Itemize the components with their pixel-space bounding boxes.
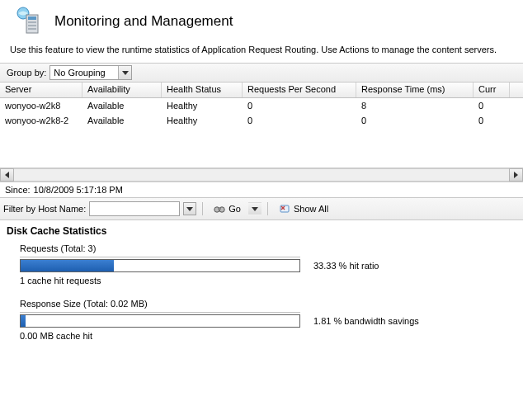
groupby-value: No Grouping bbox=[50, 68, 118, 78]
groupby-dropdown-button[interactable] bbox=[118, 66, 131, 79]
stats-section-title: Disk Cache Statistics bbox=[0, 220, 523, 243]
cell-rps: 0 bbox=[243, 116, 356, 125]
since-value: 10/8/2009 5:17:18 PM bbox=[34, 185, 123, 195]
response-sub: 0.00 MB cache hit bbox=[20, 331, 503, 341]
response-ratio-text: 1.81 % bandwidth savings bbox=[313, 316, 419, 326]
since-bar: Since: 10/8/2009 5:17:18 PM bbox=[0, 182, 523, 198]
clear-filter-icon bbox=[278, 202, 291, 215]
svg-rect-2 bbox=[28, 17, 36, 20]
table-row[interactable]: wonyoo-w2k8 Available Healthy 0 8 0 bbox=[0, 98, 523, 113]
svg-rect-5 bbox=[28, 28, 36, 30]
chevron-left-icon bbox=[5, 172, 9, 178]
separator bbox=[267, 202, 268, 215]
cell-cur: 0 bbox=[474, 101, 510, 111]
cell-rt: 8 bbox=[356, 101, 474, 111]
groupby-combo[interactable]: No Grouping bbox=[49, 65, 132, 80]
binoculars-icon bbox=[213, 202, 226, 215]
filter-hostname-input[interactable] bbox=[89, 201, 180, 216]
cell-server: wonyoo-w2k8-2 bbox=[0, 116, 82, 125]
col-curr[interactable]: Curr bbox=[474, 83, 510, 97]
cell-rps: 0 bbox=[243, 101, 356, 111]
grid-body[interactable]: wonyoo-w2k8 Available Healthy 0 8 0 wony… bbox=[0, 98, 523, 168]
svg-rect-8 bbox=[218, 208, 221, 210]
table-row[interactable]: wonyoo-w2k8-2 Available Healthy 0 0 0 bbox=[0, 113, 523, 128]
chevron-down-icon bbox=[186, 207, 193, 211]
groupby-toolbar: Group by: No Grouping bbox=[0, 63, 523, 83]
cell-health: Healthy bbox=[162, 116, 243, 125]
response-bar-fill bbox=[21, 315, 26, 327]
col-server[interactable]: Server bbox=[0, 83, 82, 97]
cell-cur: 0 bbox=[474, 116, 510, 125]
col-availability[interactable]: Availability bbox=[82, 83, 162, 97]
scroll-left-button[interactable] bbox=[0, 168, 14, 182]
divider bbox=[20, 257, 300, 257]
filter-label: Filter by Host Name: bbox=[3, 204, 86, 214]
page-header: Monitoring and Management bbox=[0, 0, 523, 45]
go-split-button[interactable] bbox=[248, 202, 262, 215]
requests-stat: Requests (Total: 3) 33.33 % hit ratio 1 … bbox=[0, 243, 523, 299]
grid-horizontal-scrollbar[interactable] bbox=[0, 168, 523, 182]
chevron-down-icon bbox=[252, 207, 258, 211]
response-bar bbox=[20, 314, 300, 328]
cell-server: wonyoo-w2k8 bbox=[0, 101, 82, 111]
cell-rt: 0 bbox=[356, 116, 474, 125]
grid-header: Server Availability Health Status Reques… bbox=[0, 83, 523, 98]
separator bbox=[202, 202, 203, 215]
cell-availability: Available bbox=[82, 116, 162, 125]
col-health[interactable]: Health Status bbox=[162, 83, 243, 97]
response-stat: Response Size (Total: 0.02 MB) 1.81 % ba… bbox=[0, 299, 523, 354]
requests-sub: 1 cache hit requests bbox=[20, 276, 503, 286]
feature-icon bbox=[15, 7, 45, 36]
scroll-right-button[interactable] bbox=[509, 168, 523, 182]
filter-toolbar: Filter by Host Name: Go Show All bbox=[0, 198, 523, 220]
requests-ratio-text: 33.33 % hit ratio bbox=[313, 261, 379, 271]
chevron-down-icon bbox=[122, 71, 129, 75]
col-rps[interactable]: Requests Per Second bbox=[243, 83, 356, 97]
show-all-button[interactable]: Show All bbox=[274, 201, 332, 217]
scroll-track[interactable] bbox=[14, 168, 509, 182]
col-rt[interactable]: Response Time (ms) bbox=[356, 83, 474, 97]
go-button[interactable]: Go bbox=[209, 201, 245, 217]
svg-rect-4 bbox=[28, 25, 36, 26]
requests-bar-fill bbox=[21, 260, 114, 271]
requests-label: Requests (Total: 3) bbox=[20, 243, 503, 253]
requests-bar bbox=[20, 259, 300, 272]
page-title: Monitoring and Management bbox=[54, 13, 233, 30]
servers-grid: Server Availability Health Status Reques… bbox=[0, 83, 523, 182]
page-description: Use this feature to view the runtime sta… bbox=[0, 45, 523, 63]
show-all-label: Show All bbox=[294, 204, 328, 214]
since-label: Since: bbox=[5, 185, 31, 195]
groupby-label: Group by: bbox=[3, 68, 46, 78]
svg-rect-3 bbox=[28, 21, 36, 23]
cell-health: Healthy bbox=[162, 101, 243, 111]
response-label: Response Size (Total: 0.02 MB) bbox=[20, 299, 503, 309]
go-label: Go bbox=[229, 204, 241, 214]
cell-availability: Available bbox=[82, 101, 162, 111]
filter-dropdown-button[interactable] bbox=[183, 202, 196, 215]
chevron-right-icon bbox=[514, 172, 518, 178]
divider bbox=[20, 312, 300, 313]
